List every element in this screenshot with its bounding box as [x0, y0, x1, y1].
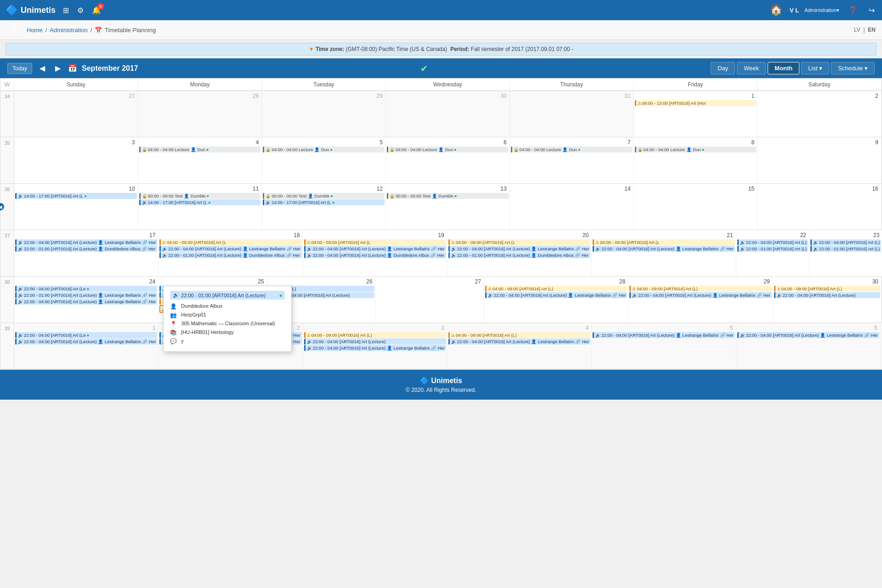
list-view-button[interactable]: List ▾ — [801, 62, 829, 74]
event[interactable]: ⚠09:00 - 13:00 [ART0016] Art (Hor — [635, 100, 757, 106]
day-sep-9[interactable]: 9 — [758, 137, 882, 183]
event[interactable]: ⚠04:00 - 09:00 [ART0016] Art (L — [448, 239, 590, 245]
event[interactable]: 🔊14:00 - 17:00 [ART0016] Art (L● — [263, 199, 384, 205]
event[interactable]: 🔊22:00 - 01:00 [ART0016] Art (Lecture) 👤… — [159, 252, 301, 258]
event[interactable]: 🔒00:00 - 00:00 Test 👤 Dumble● — [387, 193, 509, 199]
event[interactable]: 🔊22:00 - 04:00 [ART0016] Art (L) — [810, 239, 881, 245]
day-oct-5[interactable]: 5 🔊22:00 - 04:00 [ART0016] Art (Lecture)… — [592, 323, 736, 369]
event[interactable]: 🔊22:00 - 04:00 [ART0016] Art (Lecture) — [304, 339, 446, 345]
day-sep-16[interactable]: 16 — [758, 184, 882, 230]
breadcrumb-home[interactable]: Home — [27, 27, 43, 34]
event[interactable]: ⚠04:00 - 09:00 [ART0016] Art (L — [159, 239, 301, 245]
event[interactable]: 🔊14:00 - 17:00 [ART0016] Art (L● — [139, 199, 261, 205]
event[interactable]: 🔒04:00 - 04:00 Lecture 👤 Dun● — [139, 147, 261, 153]
week-view-button[interactable]: Week — [737, 62, 766, 74]
event[interactable]: ⚠04:00 - 09:00 [ART0016] Art (L) — [774, 286, 880, 292]
event[interactable]: 🔊22:00 - 04:00 [ART0016] Art (Le● — [15, 286, 157, 292]
day-sep-22[interactable]: 22 🔊22:00 - 04:00 [ART0016] Art (L) 🔊22:… — [736, 230, 809, 276]
day-sep-23[interactable]: 23 🔊22:00 - 04:00 [ART0016] Art (L) 🔊22:… — [809, 230, 882, 276]
logout-button[interactable]: ↪ — [867, 4, 876, 17]
event[interactable]: 🔊22:00 - 04:00 [ART0016] Art (Lecture) 👤… — [737, 332, 879, 338]
day-aug-27[interactable]: 27 — [14, 91, 138, 137]
day-sep-5[interactable]: 5 🔒04:00 - 04:00 Lecture 👤 Dun● — [262, 137, 386, 183]
event[interactable]: ⚠04:00 - 09:00 [ART0016] Art (L — [593, 239, 735, 245]
event[interactable]: 🔊22:00 - 04:00 [ART0016] Art (Lecture) 👤… — [15, 339, 157, 345]
event[interactable]: 🔊22:00 - 04:00 [ART0016] Art (Lecture) 👤… — [15, 299, 157, 305]
day-sep-21[interactable]: 21 ⚠04:00 - 09:00 [ART0016] Art (L 🔊22:0… — [592, 230, 736, 276]
event[interactable]: 🔊22:00 - 01:00 [ART0016] Art (Lecture) 👤… — [15, 292, 157, 298]
lang-lv[interactable]: LV — [854, 27, 860, 33]
event[interactable]: 🔊22:00 - 04:00 [ART0016] Art (Le● — [15, 332, 157, 338]
schedule-view-button[interactable]: Schedule ▾ — [831, 62, 875, 74]
event[interactable]: 🔊22:00 - 04:00 [ART0016] Art (Lecture) 👤… — [304, 246, 446, 252]
day-sep-19[interactable]: 19 ⚠04:00 - 09:00 [ART0016] Art (L 🔊22:0… — [303, 230, 447, 276]
day-sep-10[interactable]: 10 🔊14:00 - 17:00 [ART0016] Art (L● — [14, 184, 138, 230]
event[interactable]: 🔊22:00 - 01:00 [ART0016] Art (Lecture) 👤… — [448, 252, 590, 258]
day-sep-18[interactable]: 18 ⚠04:00 - 09:00 [ART0016] Art (L 🔊22:0… — [158, 230, 303, 276]
event[interactable]: 🔊22:00 - 04:00 [ART0016] Art (Lecture) — [774, 292, 880, 298]
event[interactable]: 🔊22:00 - 04:00 [ART0016] Art (Lecture) 👤… — [629, 292, 771, 298]
day-sep-17[interactable]: 17 🔊22:00 - 04:00 [ART0016] Art (Lecture… — [14, 230, 158, 276]
event[interactable]: 🔊22:00 - 04:00 [ART0016] Art (Lecture) 👤… — [448, 339, 590, 345]
event[interactable]: 🔊22:00 - 01:00 [ART0016] Art (Lecture) 👤… — [15, 246, 157, 252]
event[interactable]: ⚠04:00 - 09:00 [ART0016] Art (L) — [629, 286, 771, 292]
event[interactable]: 🔊22:00 - 04:00 [ART0016] Art (Lecture) 👤… — [593, 332, 735, 338]
day-sep-8[interactable]: 8 🔒04:00 - 04:00 Lecture 👤 Dun● — [634, 137, 758, 183]
event[interactable]: 🔊14:00 - 17:00 [ART0016] Art (L● — [15, 193, 137, 199]
day-sep-3[interactable]: 3 — [14, 137, 138, 183]
notifications-button[interactable]: 🔔 0 — [90, 4, 103, 17]
apps-button[interactable]: ⊞ — [61, 4, 71, 17]
day-aug-30[interactable]: 30 — [386, 91, 510, 137]
day-sep-2[interactable]: 2 — [758, 91, 882, 137]
event[interactable]: 🔒04:00 - 04:00 Lecture 👤 Dun● — [263, 147, 384, 153]
day-aug-29[interactable]: 29 — [262, 91, 386, 137]
event[interactable]: 🔊22:00 - 04:00 [ART0016] Art (L) — [737, 239, 808, 245]
day-aug-31[interactable]: 31 — [510, 91, 634, 137]
day-oct-6[interactable]: 6 🔊22:00 - 04:00 [ART0016] Art (Lecture)… — [736, 323, 881, 369]
prev-button[interactable]: ◀ — [37, 63, 48, 74]
day-sep-20[interactable]: 20 ⚠04:00 - 09:00 [ART0016] Art (L 🔊22:0… — [447, 230, 592, 276]
help-button[interactable]: ❓ — [847, 4, 859, 17]
lang-en[interactable]: EN — [868, 27, 876, 33]
hamburger-menu[interactable]: ☰▾ — [6, 24, 24, 36]
day-view-button[interactable]: Day — [711, 62, 735, 74]
event[interactable]: 🔒04:00 - 04:00 Lecture 👤 Dun● — [387, 147, 509, 153]
day-sep-24[interactable]: 24 🔊22:00 - 04:00 [ART0016] Art (Le● 🔊22… — [14, 277, 158, 322]
day-oct-1[interactable]: 1 🔊22:00 - 04:00 [ART0016] Art (Le● 🔊22:… — [14, 323, 158, 369]
event[interactable]: 🔊22:00 - 04:00 [ART0016] Art (Lecture) 👤… — [159, 246, 301, 252]
event[interactable]: 🔊22:00 - 04:00 [ART0016] Art (Lecture) 👤… — [304, 345, 446, 351]
event[interactable]: 🔊22:00 - 04:00 [ART0016] Art (Lecture) 👤… — [304, 252, 446, 258]
day-sep-25[interactable]: 25 🔊22:00 - 04:00 [ART0016] Art (Lecture… — [158, 277, 267, 322]
month-view-button[interactable]: Month — [768, 62, 799, 74]
day-sep-29[interactable]: 29 ⚠04:00 - 09:00 [ART0016] Art (L) 🔊22:… — [628, 277, 773, 322]
day-oct-3[interactable]: 3 ⚠04:00 - 09:00 [ART0016] Art (L) 🔊22:0… — [303, 323, 447, 369]
day-sep-6[interactable]: 6 🔒04:00 - 04:00 Lecture 👤 Dun● — [386, 137, 510, 183]
day-sep-14[interactable]: 14 — [510, 184, 634, 230]
event[interactable]: ⚠04:00 - 09:00 [ART0016] Art (L) — [485, 286, 627, 292]
event[interactable]: ⚠04:00 - 09:00 [ART0016] Art (L — [304, 239, 446, 245]
event[interactable]: 🔊22:00 - 01:00 [ART0016] Art (L) — [810, 246, 881, 252]
event[interactable]: 🔊22:00 - 04:00 [ART0016] Art (Lecture) 👤… — [593, 246, 735, 252]
day-sep-4[interactable]: 4 🔒04:00 - 04:00 Lecture 👤 Dun● — [138, 137, 262, 183]
day-sep-1[interactable]: 1 ⚠09:00 - 13:00 [ART0016] Art (Hor — [634, 91, 758, 137]
user-role[interactable]: Administration▾ — [804, 7, 839, 13]
day-sep-27[interactable]: 27 — [376, 277, 484, 322]
event[interactable]: 🔊22:00 - 04:00 [ART0016] Art (Lecture) 👤… — [448, 246, 590, 252]
event[interactable]: 🔒00:00 - 00:00 Test 👤 Dumble● — [263, 193, 384, 199]
confirm-button[interactable]: ✔ — [420, 63, 428, 74]
day-oct-4[interactable]: 4 ⚠04:00 - 09:00 [ART0016] Art (L) 🔊22:0… — [447, 323, 592, 369]
day-sep-28[interactable]: 28 ⚠04:00 - 09:00 [ART0016] Art (L) 🔊22:… — [484, 277, 628, 322]
event[interactable]: 🔒00:00 - 00:00 Test 👤 Dumble● — [139, 193, 261, 199]
day-sep-15[interactable]: 15 — [634, 184, 758, 230]
event[interactable]: ⚠04:00 - 09:00 [ART0016] Art (L) — [448, 332, 590, 338]
breadcrumb-admin[interactable]: Administration — [50, 27, 87, 34]
next-button[interactable]: ▶ — [52, 63, 63, 74]
day-sep-12[interactable]: 12 🔒00:00 - 00:00 Test 👤 Dumble● 🔊14:00 … — [262, 184, 386, 230]
event[interactable]: 🔒04:00 - 04:00 Lecture 👤 Dun● — [511, 147, 633, 153]
settings-button[interactable]: ⚙ — [75, 4, 85, 17]
event[interactable]: ⚠04:00 - 09:00 [ART0016] Art (L) — [304, 332, 446, 338]
event[interactable]: 🔊22:00 - 04:00 [ART0016] Art (Lecture) 👤… — [485, 292, 627, 298]
event[interactable]: 🔊22:00 - 01:00 [ART0016] Art (L) — [737, 246, 808, 252]
event[interactable]: 🔊22:00 - 04:00 [ART0016] Art (Lecture) 👤… — [15, 239, 157, 245]
day-sep-13[interactable]: 13 🔒00:00 - 00:00 Test 👤 Dumble● — [386, 184, 510, 230]
